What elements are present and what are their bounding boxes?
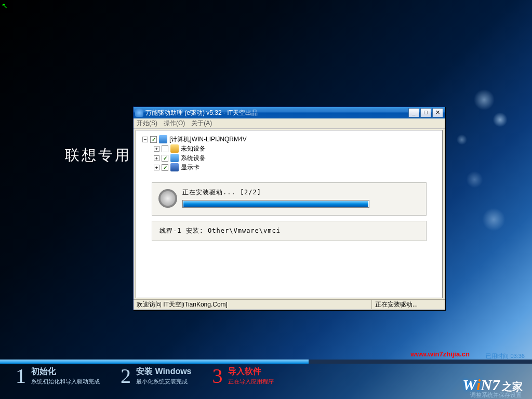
progress-fill — [183, 201, 368, 207]
tree-unknown-row[interactable]: + 未知设备 — [142, 144, 436, 153]
titlebar[interactable]: 万能驱动助理 (e驱动) v5.32 - IT天空出品 _ □ ✕ — [134, 107, 445, 118]
system-device-icon — [170, 154, 179, 162]
menu-operate[interactable]: 操作(O) — [164, 119, 185, 128]
close-button[interactable]: ✕ — [432, 108, 443, 117]
expand-icon[interactable]: + — [154, 155, 159, 161]
status-left: 欢迎访问 IT天空[iTianKong.Com] — [134, 300, 372, 309]
watermark-url: www.win7zhijia.cn — [410, 350, 470, 358]
minimize-button[interactable]: _ — [408, 108, 419, 117]
tree-system-row[interactable]: + 系统设备 — [142, 153, 436, 163]
display-card-icon — [170, 163, 179, 171]
step-4-caption: 调整系统并保存设置 — [470, 391, 522, 399]
status-right: 正在安装驱动... — [372, 300, 445, 309]
maximize-button[interactable]: □ — [420, 108, 431, 117]
gear-icon — [158, 189, 177, 208]
step-3: 3 导入软件 正在导入应用程序 — [212, 366, 274, 387]
step-sub: 最小化系统安装完成 — [136, 377, 192, 385]
step-2: 2 安装 Windows 最小化系统安装完成 — [121, 366, 192, 387]
thread-status-label: 线程-1 安装: Other\Vmware\vmci — [159, 227, 281, 234]
overall-progress-track — [0, 360, 532, 364]
device-tree: − [计算机]WIN-LIPIJNQRM4V + 未知设备 + — [136, 130, 442, 176]
unknown-device-icon — [170, 144, 179, 153]
step-sub: 系统初始化和导入驱动完成 — [31, 377, 100, 385]
desktop-background: ↖ 联想专用 G 万能驱动助理 (e驱动) v5.32 - IT天空出品 _ □… — [0, 0, 532, 399]
checkbox-system[interactable] — [162, 155, 168, 162]
app-icon — [135, 109, 143, 117]
elapsed-time: 已用时间 03:36 — [486, 352, 525, 360]
menu-start[interactable]: 开始(S) — [137, 119, 157, 128]
menubar: 开始(S) 操作(O) 关于(A) — [134, 118, 445, 129]
tree-system-label: 系统设备 — [181, 154, 206, 163]
menu-about[interactable]: 关于(A) — [191, 119, 212, 128]
tree-root-row[interactable]: − [计算机]WIN-LIPIJNQRM4V — [142, 135, 436, 144]
driver-assistant-window: 万能驱动助理 (e驱动) v5.32 - IT天空出品 _ □ ✕ 开始(S) … — [133, 107, 445, 310]
computer-icon — [159, 135, 167, 143]
checkbox-unknown[interactable] — [162, 145, 168, 152]
install-progress-bar: www.win7zhijia.cn 已用时间 03:36 1 初始化 系统初始化… — [0, 360, 532, 399]
overall-progress-fill — [0, 360, 309, 364]
tree-display-label: 显示卡 — [181, 163, 200, 172]
step-title: 导入软件 — [228, 366, 274, 377]
cursor-icon: ↖ — [2, 2, 8, 10]
tree-root-label: [计算机]WIN-LIPIJNQRM4V — [169, 135, 247, 144]
step-number: 1 — [16, 366, 26, 387]
tree-display-row[interactable]: + 显示卡 — [142, 163, 436, 172]
window-content: − [计算机]WIN-LIPIJNQRM4V + 未知设备 + — [136, 130, 443, 298]
step-title: 安装 Windows — [136, 366, 192, 377]
step-number: 2 — [121, 366, 131, 387]
progress-label: 正在安装驱动... [2/2] — [182, 188, 369, 197]
progress-bar — [182, 200, 369, 208]
step-number: 3 — [212, 366, 223, 387]
expand-icon[interactable]: + — [154, 146, 159, 152]
expand-icon[interactable]: + — [154, 165, 159, 170]
statusbar: 欢迎访问 IT天空[iTianKong.Com] 正在安装驱动... — [134, 299, 445, 310]
progress-panel: 正在安装驱动... [2/2] — [152, 182, 427, 216]
step-sub: 正在导入应用程序 — [228, 377, 274, 385]
thread-status-panel: 线程-1 安装: Other\Vmware\vmci — [152, 221, 427, 241]
collapse-icon[interactable]: − — [142, 137, 148, 142]
step-title: 初始化 — [31, 366, 100, 377]
checkbox-display[interactable] — [162, 164, 168, 171]
checkbox-root[interactable] — [150, 136, 157, 143]
tree-unknown-label: 未知设备 — [181, 144, 206, 153]
step-1: 1 初始化 系统初始化和导入驱动完成 — [16, 366, 100, 387]
window-title: 万能驱动助理 (e驱动) v5.32 - IT天空出品 — [145, 109, 408, 117]
